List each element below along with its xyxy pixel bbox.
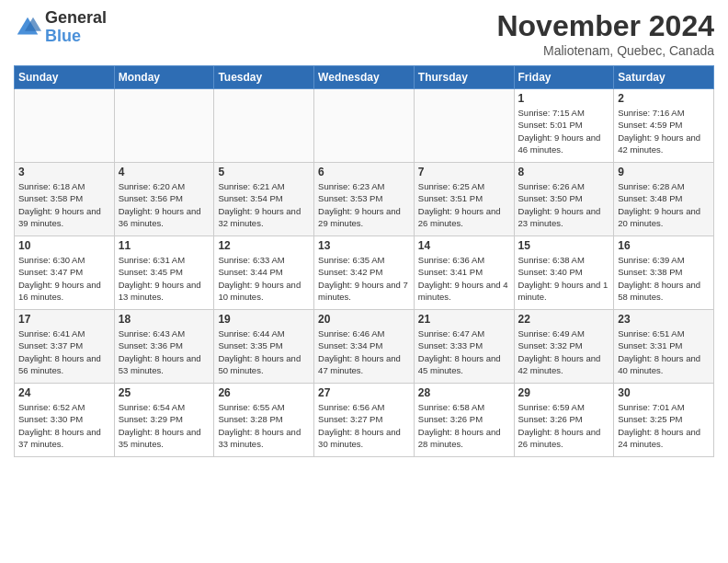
day-info: Sunrise: 6:26 AM Sunset: 3:50 PM Dayligh… [518,180,610,229]
day-info: Sunrise: 6:33 AM Sunset: 3:44 PM Dayligh… [218,254,310,303]
day-number: 25 [119,386,210,399]
calendar-header-row: SundayMondayTuesdayWednesdayThursdayFrid… [15,66,714,89]
day-cell: 5Sunrise: 6:21 AM Sunset: 3:54 PM Daylig… [214,163,314,236]
col-header-monday: Monday [114,66,214,89]
day-cell: 9Sunrise: 6:28 AM Sunset: 3:48 PM Daylig… [614,163,714,236]
day-number: 19 [218,313,310,326]
day-cell [414,89,514,163]
day-cell: 25Sunrise: 6:54 AM Sunset: 3:29 PM Dayli… [114,384,214,457]
day-cell: 3Sunrise: 6:18 AM Sunset: 3:58 PM Daylig… [15,163,115,236]
month-title: November 2024 [496,9,714,43]
day-cell [214,89,314,163]
day-cell: 29Sunrise: 6:59 AM Sunset: 3:26 PM Dayli… [514,384,614,457]
day-info: Sunrise: 6:47 AM Sunset: 3:33 PM Dayligh… [418,327,510,376]
day-cell: 13Sunrise: 6:35 AM Sunset: 3:42 PM Dayli… [314,236,415,310]
day-cell: 22Sunrise: 6:49 AM Sunset: 3:32 PM Dayli… [514,310,614,384]
day-info: Sunrise: 6:28 AM Sunset: 3:48 PM Dayligh… [618,180,710,229]
day-info: Sunrise: 6:51 AM Sunset: 3:31 PM Dayligh… [618,327,710,376]
calendar-table: SundayMondayTuesdayWednesdayThursdayFrid… [14,65,714,457]
col-header-sunday: Sunday [15,66,115,89]
day-info: Sunrise: 6:41 AM Sunset: 3:37 PM Dayligh… [18,327,110,376]
day-info: Sunrise: 6:56 AM Sunset: 3:27 PM Dayligh… [318,401,410,450]
day-number: 8 [518,166,610,178]
day-cell: 18Sunrise: 6:43 AM Sunset: 3:36 PM Dayli… [114,310,214,384]
week-row-4: 17Sunrise: 6:41 AM Sunset: 3:37 PM Dayli… [15,310,714,384]
day-cell: 26Sunrise: 6:55 AM Sunset: 3:28 PM Dayli… [214,384,314,457]
logo-icon [14,14,41,41]
col-header-wednesday: Wednesday [314,66,415,89]
day-number: 23 [618,313,710,326]
day-info: Sunrise: 6:38 AM Sunset: 3:40 PM Dayligh… [518,254,610,303]
day-number: 10 [18,239,110,252]
day-cell [114,89,214,163]
day-info: Sunrise: 6:18 AM Sunset: 3:58 PM Dayligh… [18,180,110,229]
col-header-friday: Friday [514,66,614,89]
day-info: Sunrise: 6:54 AM Sunset: 3:29 PM Dayligh… [119,401,210,450]
day-info: Sunrise: 6:35 AM Sunset: 3:42 PM Dayligh… [318,254,410,303]
day-number: 30 [618,386,710,399]
day-info: Sunrise: 7:16 AM Sunset: 4:59 PM Dayligh… [618,107,710,155]
day-cell: 28Sunrise: 6:58 AM Sunset: 3:26 PM Dayli… [414,384,514,457]
day-info: Sunrise: 7:01 AM Sunset: 3:25 PM Dayligh… [618,401,710,450]
page-container: General Blue November 2024 Maliotenam, Q… [0,0,728,466]
day-number: 6 [318,166,410,178]
day-cell [314,89,415,163]
col-header-saturday: Saturday [614,66,714,89]
day-cell: 21Sunrise: 6:47 AM Sunset: 3:33 PM Dayli… [414,310,514,384]
header: General Blue November 2024 Maliotenam, Q… [14,9,714,58]
day-cell: 12Sunrise: 6:33 AM Sunset: 3:44 PM Dayli… [214,236,314,310]
day-cell: 20Sunrise: 6:46 AM Sunset: 3:34 PM Dayli… [314,310,415,384]
day-info: Sunrise: 6:21 AM Sunset: 3:54 PM Dayligh… [218,180,310,229]
location-subtitle: Maliotenam, Quebec, Canada [496,43,714,58]
day-info: Sunrise: 6:49 AM Sunset: 3:32 PM Dayligh… [518,327,610,376]
day-info: Sunrise: 6:55 AM Sunset: 3:28 PM Dayligh… [218,401,310,450]
day-cell: 2Sunrise: 7:16 AM Sunset: 4:59 PM Daylig… [614,89,714,163]
day-number: 22 [518,313,610,326]
day-info: Sunrise: 6:31 AM Sunset: 3:45 PM Dayligh… [119,254,210,303]
day-number: 27 [318,386,410,399]
day-number: 18 [119,313,210,326]
day-number: 4 [119,166,210,178]
day-cell: 27Sunrise: 6:56 AM Sunset: 3:27 PM Dayli… [314,384,415,457]
day-cell: 6Sunrise: 6:23 AM Sunset: 3:53 PM Daylig… [314,163,415,236]
day-number: 21 [418,313,510,326]
day-number: 9 [618,166,710,178]
day-cell: 11Sunrise: 6:31 AM Sunset: 3:45 PM Dayli… [114,236,214,310]
day-number: 14 [418,239,510,252]
day-info: Sunrise: 6:59 AM Sunset: 3:26 PM Dayligh… [518,401,610,450]
day-number: 26 [218,386,310,399]
day-cell: 7Sunrise: 6:25 AM Sunset: 3:51 PM Daylig… [414,163,514,236]
day-cell: 4Sunrise: 6:20 AM Sunset: 3:56 PM Daylig… [114,163,214,236]
day-cell: 8Sunrise: 6:26 AM Sunset: 3:50 PM Daylig… [514,163,614,236]
day-number: 20 [318,313,410,326]
day-info: Sunrise: 6:20 AM Sunset: 3:56 PM Dayligh… [119,180,210,229]
day-cell: 23Sunrise: 6:51 AM Sunset: 3:31 PM Dayli… [614,310,714,384]
day-cell: 15Sunrise: 6:38 AM Sunset: 3:40 PM Dayli… [514,236,614,310]
day-number: 28 [418,386,510,399]
day-number: 12 [218,239,310,252]
day-cell: 10Sunrise: 6:30 AM Sunset: 3:47 PM Dayli… [15,236,115,310]
day-number: 13 [318,239,410,252]
day-cell: 14Sunrise: 6:36 AM Sunset: 3:41 PM Dayli… [414,236,514,310]
day-number: 3 [18,166,110,178]
day-number: 11 [119,239,210,252]
day-cell: 30Sunrise: 7:01 AM Sunset: 3:25 PM Dayli… [614,384,714,457]
day-cell: 1Sunrise: 7:15 AM Sunset: 5:01 PM Daylig… [514,89,614,163]
day-info: Sunrise: 6:52 AM Sunset: 3:30 PM Dayligh… [18,401,110,450]
day-number: 17 [18,313,110,326]
logo-line1: General [45,9,107,28]
day-number: 16 [618,239,710,252]
day-cell: 16Sunrise: 6:39 AM Sunset: 3:38 PM Dayli… [614,236,714,310]
day-info: Sunrise: 6:25 AM Sunset: 3:51 PM Dayligh… [418,180,510,229]
day-cell: 24Sunrise: 6:52 AM Sunset: 3:30 PM Dayli… [15,384,115,457]
day-number: 15 [518,239,610,252]
day-info: Sunrise: 6:23 AM Sunset: 3:53 PM Dayligh… [318,180,410,229]
day-number: 5 [218,166,310,178]
logo-text: General Blue [45,9,107,46]
day-cell [15,89,115,163]
day-info: Sunrise: 6:43 AM Sunset: 3:36 PM Dayligh… [119,327,210,376]
day-cell: 19Sunrise: 6:44 AM Sunset: 3:35 PM Dayli… [214,310,314,384]
logo: General Blue [14,9,107,46]
week-row-5: 24Sunrise: 6:52 AM Sunset: 3:30 PM Dayli… [15,384,714,457]
day-info: Sunrise: 7:15 AM Sunset: 5:01 PM Dayligh… [518,107,610,155]
